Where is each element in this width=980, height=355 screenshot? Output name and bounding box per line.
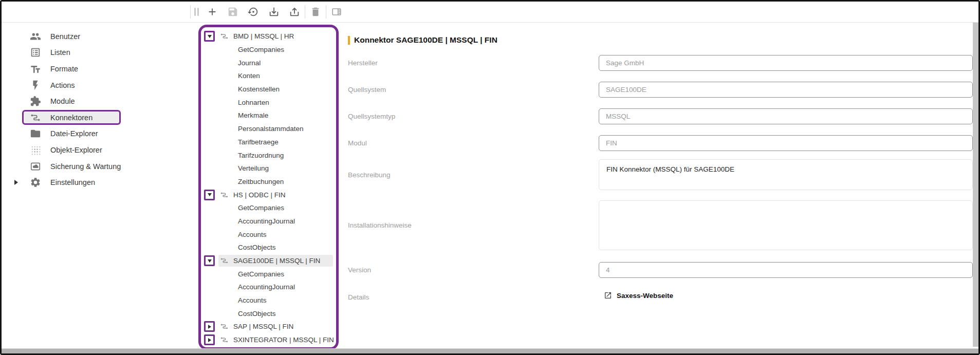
sidebar-item-listen[interactable]: Listen	[2, 45, 197, 61]
beschreibung-textarea[interactable]	[599, 159, 973, 190]
tree-leaf[interactable]: GetCompanies	[201, 43, 336, 57]
tree-expander[interactable]	[204, 334, 215, 345]
tree-leaf[interactable]: Accounts	[201, 228, 336, 241]
connector-icon	[220, 256, 229, 265]
quellsystem-input[interactable]	[599, 82, 973, 98]
sidebar-item-einstellungen[interactable]: Einstellungen	[2, 174, 197, 191]
tree-leaf[interactable]: Merkmale	[201, 109, 336, 122]
tree-leaf[interactable]: Konten	[201, 69, 336, 83]
sidebar-item-objekt-explorer[interactable]: Objekt-Explorer	[2, 142, 197, 158]
details-link[interactable]: Saxess-Webseite	[599, 291, 973, 300]
delete-button[interactable]	[305, 2, 326, 22]
field-label: Beschreibung	[344, 171, 599, 179]
connector-icon	[220, 32, 229, 41]
tree-leaf[interactable]: AccountingJournal	[201, 281, 336, 294]
field-control	[599, 159, 973, 190]
tree-leaf-label: Tarifzuordnung	[238, 152, 284, 159]
tree-leaf[interactable]: Accounts	[201, 294, 336, 307]
tree-node[interactable]: BMD | MSSQL | HR	[201, 30, 336, 43]
tree-node-body[interactable]: SAP | MSSQL | FIN	[218, 321, 333, 332]
panel-layout-button[interactable]	[326, 2, 347, 22]
sidebar-item-formate[interactable]: Formate	[2, 61, 197, 77]
sidebar-item-actions[interactable]: Actions	[2, 77, 197, 94]
sidebar-item-module[interactable]: Module	[2, 93, 197, 109]
tree-leaf-label: Merkmale	[238, 111, 268, 119]
sidebar-item-label: Actions	[50, 81, 75, 89]
field-control	[599, 262, 973, 278]
tree-leaf[interactable]: GetCompanies	[201, 267, 336, 281]
form-row-hersteller: Hersteller	[344, 55, 973, 71]
field-label: Modul	[344, 139, 599, 147]
tree-leaf[interactable]: Tarifbetraege	[201, 136, 336, 149]
tree-leaf[interactable]: CostObjects	[201, 241, 336, 254]
upload-button[interactable]	[284, 2, 305, 22]
sidebar-item-label: Listen	[50, 48, 70, 57]
tree-leaf-label: Journal	[238, 59, 261, 67]
tree-leaf-label: Kostenstellen	[238, 85, 280, 93]
form-row-installationshinweise: Installationshinweise	[344, 200, 973, 250]
tree-node-body[interactable]: SXINTEGRATOR | MSSQL | FIN	[218, 334, 334, 346]
chevron-down-icon	[208, 35, 212, 38]
tree-expander[interactable]	[204, 190, 215, 200]
quellsystemtyp-input[interactable]	[599, 108, 973, 124]
tree-leaf[interactable]: GetCompanies	[201, 201, 336, 215]
page-title: Konnektor SAGE100DE | MSSQL | FIN	[354, 35, 497, 45]
tree-leaf[interactable]: Tarifzuordnung	[201, 148, 336, 162]
external-link-icon	[604, 291, 612, 300]
sidebar-item-label: Konnektoren	[50, 114, 93, 122]
tree-expander[interactable]	[204, 255, 215, 266]
field-label: Installationshinweise	[344, 221, 599, 229]
field-control	[599, 135, 973, 151]
field-control	[599, 55, 973, 71]
save-button[interactable]	[223, 2, 243, 22]
chevron-right-icon	[208, 325, 211, 329]
installationshinweise-textarea[interactable]	[599, 200, 973, 250]
tree-leaf[interactable]: Kostenstellen	[201, 83, 336, 96]
field-control	[599, 200, 973, 250]
vertical-scrollbar[interactable]	[973, 23, 978, 347]
tree-leaf-label: GetCompanies	[238, 204, 284, 212]
tree-node[interactable]: SAGE100DE | MSSQL | FIN	[201, 254, 336, 268]
drag-handle-icon[interactable]	[191, 2, 202, 22]
hersteller-input[interactable]	[599, 55, 973, 71]
tree-leaf-label: Lohnarten	[238, 99, 269, 106]
tree-expander[interactable]	[204, 31, 215, 42]
sidebar-item-konnektoren[interactable]: Konnektoren	[2, 109, 197, 126]
sidebar-item-sicherung-wartung[interactable]: Sicherung & Wartung	[2, 158, 197, 175]
link-label: Saxess-Webseite	[617, 292, 673, 300]
tree-leaf[interactable]: CostObjects	[201, 307, 336, 320]
tree-expander[interactable]	[204, 321, 215, 332]
tree-node-body[interactable]: HS | ODBC | FIN	[218, 189, 333, 201]
tree-leaf[interactable]: Journal	[201, 56, 336, 69]
text-format-icon	[30, 63, 41, 74]
modul-input[interactable]	[599, 135, 973, 151]
puzzle-icon	[30, 96, 41, 107]
tree-leaf[interactable]: Lohnarten	[201, 96, 336, 109]
sidebar-item-datei-explorer[interactable]: Datei-Explorer	[2, 126, 197, 142]
chevron-down-icon	[208, 193, 212, 196]
tree-node[interactable]: SXINTEGRATOR | MSSQL | FIN	[201, 333, 336, 347]
tree-node[interactable]: HS | ODBC | FIN	[201, 188, 336, 201]
tree-leaf[interactable]: Zeitbuchungen	[201, 175, 336, 189]
detail-header: Konnektor SAGE100DE | MSSQL | FIN	[348, 35, 497, 45]
sidebar-item-label: Benutzer	[50, 32, 80, 41]
version-input[interactable]	[599, 262, 973, 278]
tree-node-body[interactable]: SAGE100DE | MSSQL | FIN	[218, 255, 333, 267]
cloud-box-icon	[30, 161, 41, 172]
tree-leaf-label: GetCompanies	[238, 270, 284, 278]
expand-arrow-icon[interactable]	[14, 180, 18, 185]
add-button[interactable]	[202, 2, 223, 22]
tree-leaf-label: AccountingJournal	[238, 217, 295, 225]
tree-leaf[interactable]: Personalstammdaten	[201, 122, 336, 136]
tree-leaf[interactable]: AccountingJournal	[201, 215, 336, 228]
connector-tree: BMD | MSSQL | HRGetCompaniesJournalKonte…	[198, 25, 339, 350]
tree-node-body[interactable]: BMD | MSSQL | HR	[218, 30, 333, 42]
chevron-right-icon	[208, 338, 211, 342]
tree-node[interactable]: SAP | MSSQL | FIN	[201, 320, 336, 333]
download-button[interactable]	[264, 2, 284, 22]
restore-button[interactable]	[243, 2, 264, 22]
tree-leaf-label: CostObjects	[238, 310, 276, 317]
tree-leaf-label: Personalstammdaten	[238, 125, 304, 133]
tree-leaf[interactable]: Verteilung	[201, 162, 336, 175]
sidebar-item-benutzer[interactable]: Benutzer	[2, 28, 197, 45]
